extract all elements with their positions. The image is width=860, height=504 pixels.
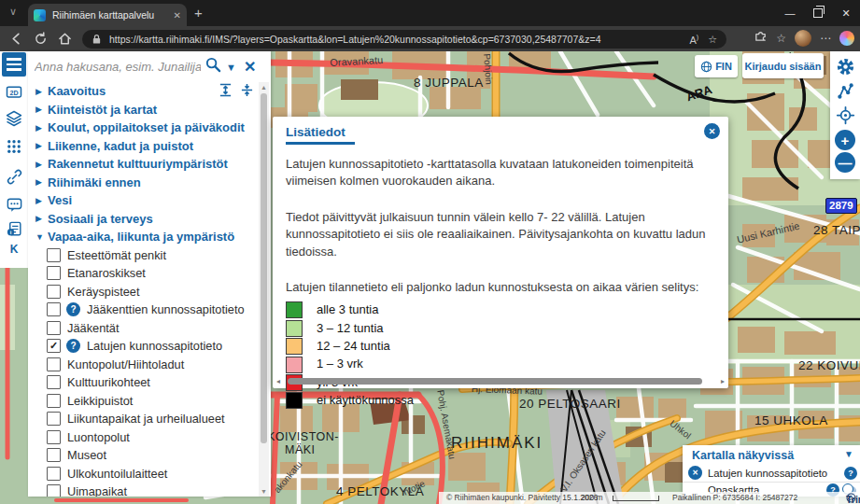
layer-help-icon[interactable]: ?	[66, 302, 80, 316]
tree-category[interactable]: ▶Kiinteistöt ja kartat	[28, 101, 258, 119]
layer-checkbox[interactable]	[47, 430, 61, 444]
chevron-collapsed-icon[interactable]: ▶	[35, 160, 48, 169]
scroll-up-icon[interactable]: ▲	[259, 84, 269, 91]
login-button[interactable]: Kirjaudu sisään	[742, 53, 824, 78]
scrollbar-thumb[interactable]	[261, 93, 267, 443]
layer-checkbox[interactable]	[47, 285, 61, 299]
layer-checkbox[interactable]	[47, 248, 61, 262]
tree-category[interactable]: ▶Liikenne, kadut ja puistot	[28, 137, 258, 156]
layer-row: Kuntopolut/Hiihtoladut	[28, 356, 258, 374]
search-icon[interactable]	[204, 56, 222, 77]
tree-category[interactable]: ▶Rakennetut kulttuuriympäristöt	[28, 155, 258, 174]
legend: alle 3 tuntia3 – 12 tuntia12 – 24 tuntia…	[286, 301, 713, 410]
layer-checkbox[interactable]	[47, 448, 61, 462]
link-icon[interactable]	[3, 165, 25, 188]
chevron-collapsed-icon[interactable]: ▶	[35, 196, 48, 205]
tab-search-chevron-icon[interactable]: ∨	[9, 6, 17, 18]
chevron-collapsed-icon[interactable]: ▶	[35, 105, 48, 114]
layer-checkbox[interactable]	[47, 484, 61, 497]
chevron-collapsed-icon[interactable]: ▶	[35, 123, 48, 133]
url-text[interactable]: https://kartta.riihimaki.fi/IMS/?layers=…	[109, 34, 680, 45]
hscroll-right-icon[interactable]: ▸	[721, 377, 725, 385]
tree-category[interactable]: ▶Koulut, oppilaitokset ja päiväkodit	[28, 119, 258, 137]
profile-avatar[interactable]	[795, 30, 811, 47]
visible-layer-label: Latujen kunnossapitotieto	[708, 468, 844, 479]
address-bar[interactable]: https://kartta.riihimaki.fi/IMS/?layers=…	[82, 30, 726, 49]
dialog-close-icon[interactable]: ✕	[704, 123, 720, 139]
map-tools-rail: + —	[830, 51, 860, 179]
tree-category[interactable]: ▶Vesi	[28, 191, 258, 210]
window-close-button[interactable]: ✕	[832, 0, 860, 26]
layer-checkbox[interactable]	[47, 394, 61, 408]
layer-checkbox[interactable]	[47, 467, 61, 481]
layer-help-icon[interactable]: ?	[66, 339, 80, 353]
layer-checkbox[interactable]	[47, 302, 61, 316]
layer-checkbox[interactable]	[47, 412, 61, 426]
settings-gear-icon[interactable]	[834, 55, 856, 77]
locate-me-icon[interactable]	[834, 104, 856, 126]
zoom-out-button[interactable]: —	[835, 152, 855, 173]
sidebar-scrollbar[interactable]: ▲ ▼	[259, 82, 269, 497]
chevron-collapsed-icon[interactable]: ▶	[35, 87, 48, 96]
refresh-icon[interactable]	[28, 30, 52, 49]
layer-row: Kulttuurikohteet	[28, 373, 258, 392]
map-2d-icon[interactable]: 2D	[3, 81, 25, 104]
more-menu-icon[interactable]: ⋯	[820, 32, 831, 45]
copilot-icon[interactable]	[839, 31, 854, 46]
tree-category-label: Kiinteistöt ja kartat	[48, 103, 157, 117]
layer-label: Liikuntapaikat ja urheilualueet	[67, 412, 225, 426]
favorites-icon[interactable]: ☆	[776, 32, 786, 45]
legend-color-swatch	[286, 357, 303, 373]
layer-row: ✓?Latujen kunnossapitotieto	[28, 337, 258, 356]
favorite-star-icon[interactable]: ☆	[708, 34, 717, 46]
chevron-collapsed-icon[interactable]: ▶	[35, 214, 48, 223]
hscrollbar-thumb[interactable]	[288, 378, 702, 385]
read-aloud-icon[interactable]: A	[689, 34, 698, 46]
tree-category[interactable]: ▶Kaavoitus	[28, 82, 258, 101]
window-minimize-button[interactable]: —	[776, 0, 804, 26]
new-tab-button[interactable]: +	[194, 5, 203, 21]
feedback-chat-icon[interactable]	[3, 193, 25, 216]
measure-route-icon[interactable]	[834, 79, 856, 102]
layer-checkbox[interactable]: ✓	[47, 339, 61, 353]
remove-layer-icon[interactable]: ✕	[688, 466, 702, 480]
road-number-sign: 2879	[825, 198, 857, 214]
tree-category[interactable]: ▼Vapaa-aika, liikunta ja ympäristö	[28, 228, 258, 246]
tree-category[interactable]: ▶Riihimäki ennen	[28, 174, 258, 192]
layers-icon[interactable]	[3, 107, 25, 130]
chevron-expanded-icon[interactable]: ▼	[35, 232, 48, 242]
search-input[interactable]: Anna hakusana, esim. Junailijank	[35, 60, 201, 74]
browser-toolbar: https://kartta.riihimaki.fi/IMS/?layers=…	[0, 26, 860, 51]
layer-checkbox[interactable]	[47, 375, 61, 389]
layer-checkbox[interactable]	[47, 266, 61, 280]
layer-checkbox[interactable]	[47, 321, 61, 335]
layer-checkbox[interactable]	[47, 357, 61, 371]
back-icon[interactable]	[4, 30, 28, 49]
coordinates-readout: Paikallinen P: 6735684 I: 25487272	[672, 493, 797, 502]
home-icon[interactable]	[52, 30, 77, 49]
panel-collapse-icon[interactable]: ▼	[844, 449, 853, 459]
window-restore-button[interactable]	[804, 0, 832, 26]
search-dropdown-icon[interactable]: ▼	[226, 62, 236, 73]
info-document-icon[interactable]: i	[3, 217, 25, 240]
zoom-in-button[interactable]: +	[835, 130, 855, 150]
layer-help-icon[interactable]: ?	[844, 467, 857, 480]
apps-grid-icon[interactable]	[3, 135, 25, 158]
tab-close-icon[interactable]: ✕	[174, 10, 181, 21]
dialog-hscrollbar[interactable]: ◂ ▸	[273, 377, 728, 385]
tree-category[interactable]: ▶Sosiaali ja terveys	[28, 210, 258, 229]
hscroll-left-icon[interactable]: ◂	[276, 377, 280, 385]
window-controls: — ✕	[776, 0, 860, 26]
legend-row: alle 3 tuntia	[286, 301, 713, 319]
chevron-collapsed-icon[interactable]: ▶	[35, 177, 48, 187]
svg-text:2D: 2D	[9, 90, 18, 97]
chevron-collapsed-icon[interactable]: ▶	[35, 141, 48, 150]
search-clear-icon[interactable]: ✕	[244, 58, 256, 76]
layer-label: Kuntopolut/Hiihtoladut	[67, 357, 184, 371]
layer-row: Museot	[28, 446, 258, 465]
menu-hamburger-icon[interactable]	[2, 52, 26, 77]
browser-tab[interactable]: Riihimäen karttapalvelu ✕	[28, 4, 187, 26]
extensions-icon[interactable]	[754, 29, 768, 47]
language-button[interactable]: FIN	[695, 55, 738, 77]
scroll-down-icon[interactable]: ▼	[259, 488, 269, 495]
